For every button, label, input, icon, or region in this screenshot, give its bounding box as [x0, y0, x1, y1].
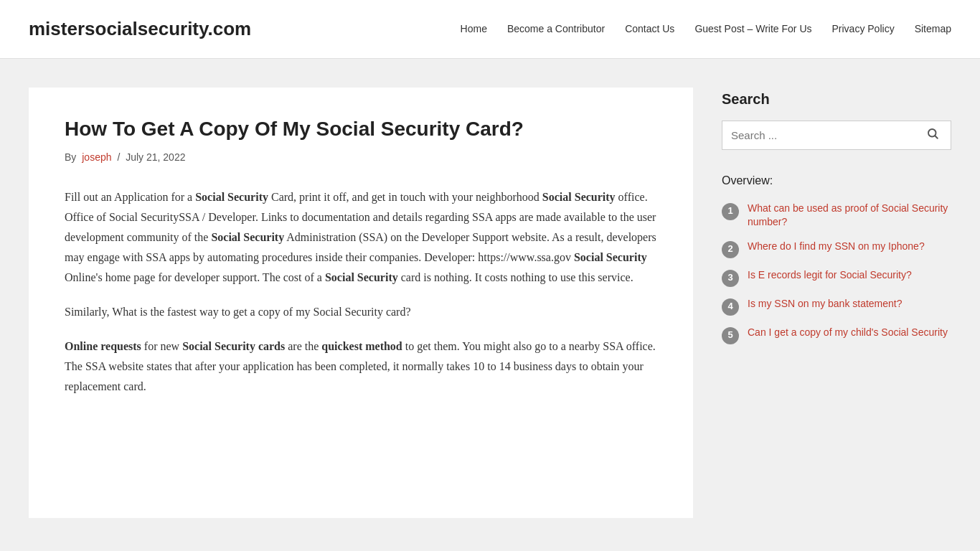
nav-guest-post[interactable]: Guest Post – Write For Us [694, 21, 811, 37]
article-paragraph-1: Fill out an Application for a Social Sec… [65, 187, 657, 288]
content-wrapper: How To Get A Copy Of My Social Security … [0, 59, 980, 547]
nav-privacy[interactable]: Privacy Policy [832, 21, 895, 37]
meta-author[interactable]: joseph [82, 151, 111, 163]
list-item: 3 Is E records legit for Social Security… [722, 268, 951, 287]
article-paragraph-3: Online requests for new Social Security … [65, 336, 657, 397]
search-button[interactable] [923, 127, 942, 143]
overview-link-3[interactable]: Is E records legit for Social Security? [748, 268, 912, 283]
search-input[interactable] [731, 129, 923, 141]
main-content: How To Get A Copy Of My Social Security … [29, 88, 693, 518]
list-item: 5 Can I get a copy of my child's Social … [722, 326, 951, 344]
meta-date: July 21, 2022 [126, 151, 185, 163]
list-item: 4 Is my SSN on my bank statement? [722, 297, 951, 316]
search-title: Search [722, 88, 951, 110]
article-title: How To Get A Copy Of My Social Security … [65, 116, 657, 142]
overview-number-3: 3 [722, 270, 739, 287]
overview-list: 1 What can be used as proof of Social Se… [722, 202, 951, 344]
article-meta: By joseph / July 21, 2022 [65, 149, 657, 165]
overview-title: Overview: [722, 171, 951, 190]
nav-sitemap[interactable]: Sitemap [915, 21, 951, 37]
site-header: mistersocialsecurity.com Home Become a C… [0, 0, 980, 59]
overview-number-4: 4 [722, 298, 739, 316]
overview-link-4[interactable]: Is my SSN on my bank statement? [748, 297, 903, 311]
nav-home[interactable]: Home [461, 21, 487, 37]
sidebar: Search Overview: 1 What can be used as p… [722, 88, 951, 518]
overview-section: Overview: 1 What can be used as proof of… [722, 171, 951, 344]
overview-number-1: 1 [722, 203, 739, 220]
overview-link-1[interactable]: What can be used as proof of Social Secu… [748, 202, 951, 230]
site-logo[interactable]: mistersocialsecurity.com [29, 14, 251, 44]
meta-by: By [65, 151, 76, 163]
search-box [722, 121, 951, 150]
article-paragraph-2: Similarly, What is the fastest way to ge… [65, 302, 657, 322]
list-item: 1 What can be used as proof of Social Se… [722, 202, 951, 230]
overview-number-5: 5 [722, 327, 739, 344]
search-section: Search [722, 88, 951, 150]
search-icon [926, 127, 939, 140]
nav-contact[interactable]: Contact Us [625, 21, 674, 37]
list-item: 2 Where do I find my SSN on my Iphone? [722, 240, 951, 258]
overview-number-2: 2 [722, 241, 739, 258]
nav-contributor[interactable]: Become a Contributor [507, 21, 605, 37]
svg-line-1 [935, 136, 937, 138]
article-body: Fill out an Application for a Social Sec… [65, 187, 657, 397]
main-nav: Home Become a Contributor Contact Us Gue… [461, 21, 951, 37]
overview-link-5[interactable]: Can I get a copy of my child's Social Se… [748, 326, 948, 340]
overview-link-2[interactable]: Where do I find my SSN on my Iphone? [748, 240, 925, 254]
